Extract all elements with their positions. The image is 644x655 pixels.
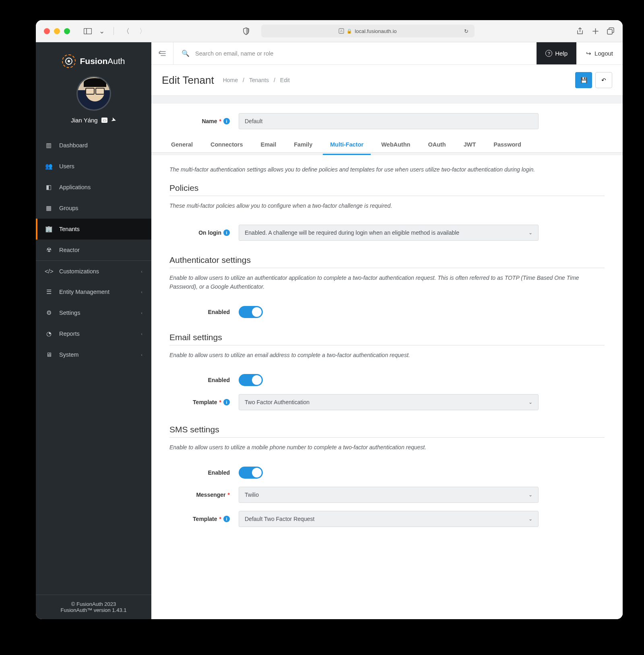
close-window-button[interactable] [44, 28, 50, 34]
search-icon: 🔍 [182, 50, 190, 57]
sms-enabled-toggle[interactable] [239, 467, 263, 479]
sidebar-item-groups[interactable]: ▦Groups [36, 198, 151, 219]
id-card-icon[interactable]: ▭ [101, 118, 107, 123]
tab-password[interactable]: Password [492, 141, 523, 155]
tab-email[interactable]: Email [259, 141, 278, 155]
authenticator-enabled-row: Enabled [151, 302, 623, 322]
authenticator-desc: Enable to allow users to utilize an auth… [169, 274, 605, 291]
brand-logo[interactable]: FusionAuth [36, 42, 151, 76]
back-button[interactable]: 〈 [120, 27, 132, 36]
forward-button[interactable]: 〉 [137, 27, 149, 36]
entity-icon: ☰ [45, 288, 53, 295]
share-icon[interactable] [576, 27, 584, 35]
search-input[interactable] [195, 50, 528, 57]
sidebar-item-label: Tenants [59, 226, 80, 232]
tab-webauthn[interactable]: WebAuthn [380, 141, 412, 155]
info-icon[interactable]: i [223, 516, 230, 522]
tab-oauth[interactable]: OAuth [426, 141, 447, 155]
info-icon[interactable]: i [223, 118, 230, 124]
on-login-select[interactable]: Enabled. A challenge will be required du… [239, 225, 539, 241]
page-actions: 💾 ↶ [575, 72, 612, 88]
email-enabled-row: Enabled [151, 370, 623, 390]
email-heading: Email settings [169, 333, 605, 345]
tab-jwt[interactable]: JWT [462, 141, 478, 155]
chevron-left-icon: ‹ [141, 269, 142, 274]
reload-icon[interactable]: ↻ [462, 27, 471, 35]
help-button[interactable]: ? Help [537, 42, 576, 64]
sidebar-item-label: Dashboard [59, 142, 88, 149]
email-enabled-toggle[interactable] [239, 374, 263, 386]
sidebar-item-settings[interactable]: ⚙Settings‹ [36, 302, 151, 323]
sidebar-item-customizations[interactable]: </>Customizations‹ [36, 261, 151, 281]
sms-enabled-label: Enabled [167, 469, 230, 476]
tab-general[interactable]: General [169, 141, 194, 155]
sidebar-footer: © FusionAuth 2023 FusionAuth™ version 1.… [36, 595, 151, 619]
sidebar-item-tenants[interactable]: 🏢Tenants [36, 219, 151, 240]
sidebar-item-users[interactable]: 👥Users [36, 156, 151, 177]
sms-template-select[interactable]: Default Two Factor Request⌄ [239, 511, 539, 527]
avatar[interactable] [76, 76, 111, 111]
sms-enabled-row: Enabled [151, 463, 623, 483]
maximize-window-button[interactable] [64, 28, 70, 34]
sidebar-item-reactor[interactable]: ☢Reactor [36, 240, 151, 260]
crumb-tenants[interactable]: Tenants [249, 77, 269, 83]
tab-dropdown-icon[interactable]: ⌄ [97, 27, 107, 35]
crumb-home[interactable]: Home [223, 77, 238, 83]
sms-messenger-select[interactable]: Twilio⌄ [239, 487, 539, 503]
sidebar-item-label: Settings [59, 310, 80, 316]
copyright: © FusionAuth 2023 [40, 601, 147, 607]
site-settings-icon[interactable]: A [339, 27, 344, 35]
crumb-current: Edit [280, 77, 290, 83]
content: Name* i General Connectors Email Family … [151, 103, 623, 619]
help-label: Help [555, 50, 568, 57]
tab-connectors[interactable]: Connectors [209, 141, 245, 155]
sidebar-nav: ▥Dashboard 👥Users ◧Applications ▦Groups … [36, 135, 151, 595]
logout-button[interactable]: ↪ Logout [576, 42, 623, 64]
authenticator-enabled-toggle[interactable] [239, 306, 263, 318]
sidebar-item-applications[interactable]: ◧Applications [36, 177, 151, 198]
logout-icon: ↪ [586, 50, 591, 57]
on-login-row: On login i Enabled. A challenge will be … [151, 221, 623, 245]
url-text: local.fusionauth.io [355, 28, 396, 34]
sidebar-item-system[interactable]: 🖥System‹ [36, 344, 151, 365]
info-icon[interactable]: i [223, 229, 230, 236]
email-template-select[interactable]: Two Factor Authentication⌄ [239, 394, 539, 410]
policies-desc: These multi-factor policies allow you to… [169, 202, 605, 211]
sidebar-item-dashboard[interactable]: ▥Dashboard [36, 135, 151, 156]
sidebar-item-reports[interactable]: ◔Reports‹ [36, 323, 151, 344]
section-email: Email settings Enable to allow users to … [151, 322, 623, 370]
select-value: Default Two Factor Request [245, 516, 314, 522]
tabs: General Connectors Email Family Multi-Fa… [151, 133, 623, 155]
privacy-shield-icon[interactable] [242, 27, 250, 35]
minimize-window-button[interactable] [54, 28, 60, 34]
sidebar-collapse-button[interactable] [151, 42, 173, 64]
email-desc: Enable to allow users to utilize an emai… [169, 351, 605, 360]
name-input[interactable] [239, 113, 539, 129]
browser-titlebar: ⌄ 〈 〉 A 🔒 local.fusionauth.io ↻ [36, 20, 623, 42]
system-icon: 🖥 [45, 351, 53, 358]
sidebar-toggle-icon[interactable] [84, 27, 92, 35]
select-value: Twilio [245, 492, 259, 498]
info-icon[interactable]: i [223, 399, 230, 405]
new-tab-icon[interactable] [591, 27, 599, 35]
settings-icon: ⚙ [45, 309, 53, 316]
sidebar-item-entity-management[interactable]: ☰Entity Management‹ [36, 281, 151, 302]
logout-label: Logout [594, 50, 613, 57]
dashboard-icon: ▥ [45, 142, 53, 149]
select-value: Two Factor Authentication [245, 399, 310, 405]
sms-desc: Enable to allow users to utilize a mobil… [169, 443, 605, 452]
users-icon: 👥 [45, 163, 53, 170]
tab-family[interactable]: Family [292, 141, 314, 155]
tab-multi-factor[interactable]: Multi-Factor [328, 141, 365, 155]
page-title: Edit Tenant [162, 74, 214, 87]
back-button[interactable]: ↶ [595, 72, 612, 88]
chevron-down-icon: ⌄ [528, 230, 533, 236]
tabs-icon[interactable] [607, 27, 615, 35]
save-button[interactable]: 💾 [575, 72, 592, 88]
undo-icon: ↶ [601, 77, 606, 83]
main-area: 🔍 ? Help ↪ Logout Edit Tenant Home/ Tena… [151, 42, 623, 619]
url-bar[interactable]: A 🔒 local.fusionauth.io ↻ [261, 25, 475, 37]
email-template-label: Template* i [167, 399, 230, 405]
location-icon[interactable]: ➤ [110, 116, 117, 124]
sidebar-item-label: Reactor [59, 247, 80, 253]
